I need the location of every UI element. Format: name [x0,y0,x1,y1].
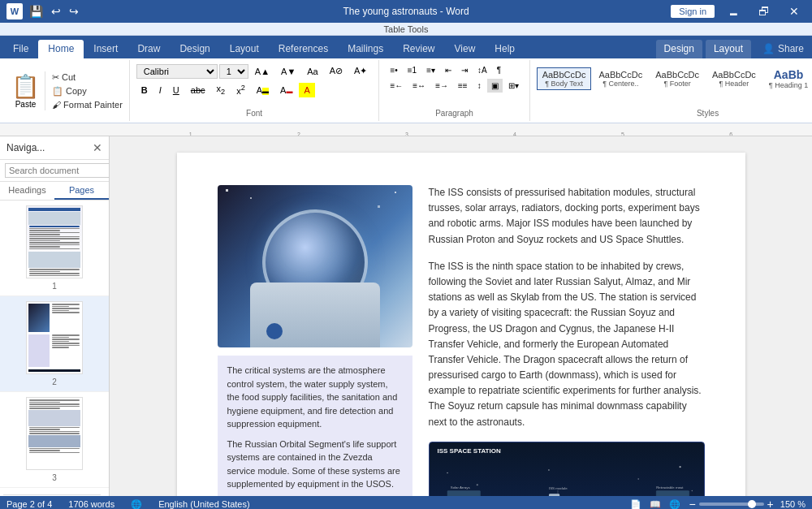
svg-point-5 [691,490,692,491]
restore-button[interactable]: 🗗 [752,3,776,19]
page-thumb-2[interactable]: 2 [0,296,109,392]
zoom-out-button[interactable]: − [689,498,695,509]
strikethrough-button[interactable]: abc [186,83,210,97]
sort-button[interactable]: ↕A [473,63,491,77]
page-thumb-3[interactable]: 3 [0,392,109,488]
page-3-number: 3 [52,473,57,482]
tab-file[interactable]: File [3,40,38,58]
nav-tab-headings[interactable]: Headings [0,182,54,200]
highlight-button[interactable]: A▬ [252,83,274,97]
view-web-icon[interactable]: 🌐 [669,499,680,510]
nav-close-button[interactable]: ✕ [93,141,102,154]
view-reading-icon[interactable]: 📖 [650,499,661,510]
page-2-thumbnail [26,301,83,374]
quick-access-redo[interactable]: ↪ [67,3,80,19]
line-spacing-button[interactable]: ↕ [473,79,486,93]
align-left-button[interactable]: ≡← [386,79,407,93]
ribbon-group-clipboard: 📋 Paste ✂ ✂ CutCut 📋 Copy 🖌 Format Paint… [3,60,130,121]
para-row1: ≡• ≡1 ≡▾ ⇤ ⇥ ↕A ¶ [386,63,522,77]
close-button[interactable]: ✕ [783,3,806,19]
view-print-icon[interactable]: 📄 [630,499,641,510]
document-title: The young astronauts - Word [343,6,469,17]
text-effects-button[interactable]: A✦ [349,63,372,79]
shrink-font-button[interactable]: A▼ [276,64,300,79]
paste-button[interactable]: 📋 Paste [6,71,45,110]
page-thumb-1[interactable]: 1 [0,201,109,296]
tab-table-layout[interactable]: Layout [706,40,751,58]
align-center-button[interactable]: ≡↔ [408,79,430,93]
paste-icon: 📋 [11,73,40,100]
nav-search-input[interactable] [5,163,110,178]
cut-button[interactable]: ✂ ✂ CutCut [49,71,126,84]
tab-draw[interactable]: Draw [127,40,170,58]
italic-button[interactable]: I [154,83,166,97]
document-area[interactable]: The critical systems are the atmosphere … [110,136,812,496]
tab-mailings[interactable]: Mailings [338,40,393,58]
style-header[interactable]: AaBbCcDc ¶ Header [706,67,762,90]
font-family-select[interactable]: Calibri [136,64,218,79]
subscript-button[interactable]: x2 [212,81,231,98]
underline-button[interactable]: U [168,83,184,97]
astronaut-image [218,185,412,347]
text-shading-button[interactable]: A [299,83,314,97]
increase-indent-button[interactable]: ⇥ [457,63,472,77]
case-button[interactable]: Aa [302,64,322,79]
page-1-thumbnail [26,205,83,278]
navigation-pane: Naviga... ✕ 🔍 Headings Pages [0,136,110,496]
style-centered[interactable]: AaBbCcDc ¶ Centere.. [593,67,648,90]
table-tools-band: Table Tools [0,23,812,36]
tab-home[interactable]: Home [38,40,84,58]
copy-button[interactable]: 📋 Copy [49,85,126,97]
quick-access-save[interactable]: 💾 [28,3,45,19]
tab-help[interactable]: Help [485,40,525,58]
tab-review[interactable]: Review [393,40,444,58]
clear-format-button[interactable]: A⊘ [325,63,348,79]
bullets-button[interactable]: ≡• [386,63,401,77]
tab-insert[interactable]: Insert [84,40,127,58]
font-color-button[interactable]: A▬ [275,83,297,97]
suit-badge [266,323,283,339]
quick-access-undo[interactable]: ↩ [50,3,63,19]
zoom-slider[interactable] [699,503,764,506]
ruler-marks: 1 2 3 4 5 6 [110,131,812,136]
format-painter-button[interactable]: 🖌 Format Painter [49,99,126,110]
multilevel-list-button[interactable]: ≡▾ [422,63,439,77]
tab-design[interactable]: Design [170,40,219,58]
left-text-p1: The critical systems are the atmosphere … [227,364,403,431]
title-bar: W 💾 ↩ ↪ The young astronauts - Word Sign… [0,0,812,23]
ribbon-group-font: Calibri 10 A▲ A▼ Aa A⊘ A✦ B I U abc x2 x… [130,60,380,121]
ribbon-tab-bar: File Home Insert Draw Design Layout Refe… [0,36,812,58]
left-column: The critical systems are the atmosphere … [218,185,412,496]
style-heading1[interactable]: AaBb ¶ Heading 1 [763,66,812,92]
style-footer[interactable]: AaBbCcDc ¶ Footer [650,67,705,90]
justify-button[interactable]: ≡≡ [454,79,472,93]
zoom-controls: − + 150 % [689,498,806,509]
decrease-indent-button[interactable]: ⇤ [441,63,456,77]
tab-references[interactable]: References [269,40,338,58]
font-size-select[interactable]: 10 [219,64,248,79]
main-area: Naviga... ✕ 🔍 Headings Pages [0,136,812,496]
bold-button[interactable]: B [136,83,153,97]
show-formatting-button[interactable]: ¶ [493,63,505,77]
svg-point-1 [476,484,477,485]
numbering-button[interactable]: ≡1 [404,63,421,77]
tab-table-design[interactable]: Design [656,40,702,58]
shading-button[interactable]: ▣ [487,79,503,93]
borders-button[interactable]: ⊞▾ [504,79,523,93]
right-column: The ISS consists of pressurised habitati… [429,185,705,496]
sign-in-button[interactable]: Sign in [671,5,715,18]
tab-view[interactable]: View [445,40,486,58]
iss-label: ISS SPACE STATION [438,447,501,455]
paragraph-1: The ISS consists of pressurised habitati… [429,185,705,248]
minimize-button[interactable]: 🗕 [721,3,745,19]
zoom-in-button[interactable]: + [767,498,774,509]
nav-tab-pages[interactable]: Pages [54,182,109,200]
suit-body [250,283,380,347]
superscript-button[interactable]: x2 [231,81,250,98]
style-body-text[interactable]: AaBbCcDc ¶ Body Text [537,67,592,90]
grow-font-button[interactable]: A▲ [250,64,274,79]
share-button[interactable]: 👤 Share [754,40,812,58]
align-right-button[interactable]: ≡→ [431,79,452,93]
word-count: 1706 words [68,499,114,509]
tab-layout[interactable]: Layout [220,40,269,58]
